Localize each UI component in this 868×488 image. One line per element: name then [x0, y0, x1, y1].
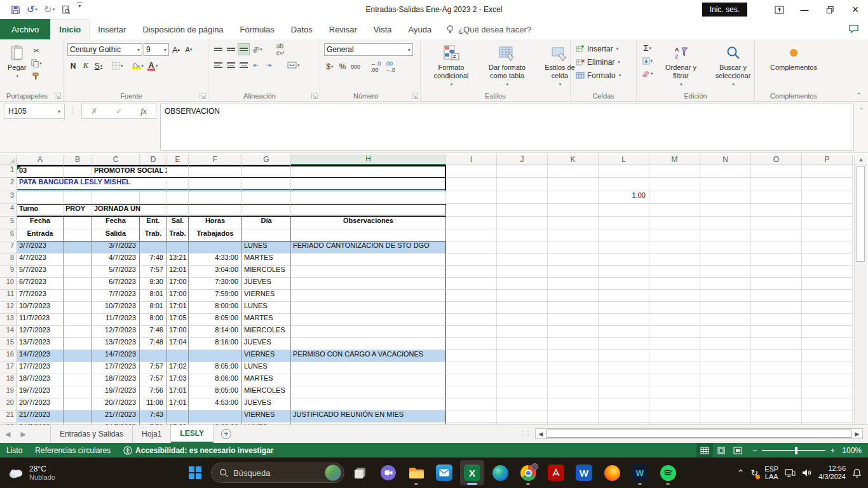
row-header-16[interactable]: 16: [0, 350, 17, 362]
cell-E19[interactable]: 17:01: [167, 386, 189, 398]
save-icon[interactable]: [9, 3, 22, 17]
cell-P5[interactable]: [802, 217, 853, 229]
cell-N19[interactable]: [700, 386, 751, 398]
cell-J11[interactable]: [497, 290, 548, 302]
hidden-icons-chevron-icon[interactable]: ⌃: [737, 468, 745, 478]
font-dialog-launcher-icon[interactable]: ↘: [200, 93, 206, 99]
cell-A19[interactable]: 19/7/2023: [17, 386, 64, 398]
cell-N6[interactable]: [700, 229, 751, 241]
cell-M9[interactable]: [649, 266, 700, 278]
cell-M6[interactable]: [649, 229, 700, 241]
cell-J8[interactable]: [497, 254, 548, 266]
cell-D20[interactable]: 11:08: [140, 398, 167, 410]
cell-J13[interactable]: [497, 314, 548, 326]
row-header-12[interactable]: 12: [0, 302, 17, 314]
cell-O12[interactable]: [751, 302, 802, 314]
cell-N11[interactable]: [700, 290, 751, 302]
cell-N5[interactable]: [700, 217, 751, 229]
cell-G5[interactable]: Día: [242, 217, 291, 229]
decrease-decimal-icon[interactable]: .00→.0: [384, 60, 397, 72]
cell-D11[interactable]: 8:01: [140, 290, 167, 302]
cell-P3[interactable]: [802, 191, 853, 204]
collapse-ribbon-icon[interactable]: ⌃: [857, 92, 862, 98]
cell-A8[interactable]: 4/7/2023: [17, 254, 64, 266]
cell-O6[interactable]: [751, 229, 802, 241]
row-header-6[interactable]: 6: [0, 229, 17, 241]
cell-I13[interactable]: [446, 314, 497, 326]
align-center-icon[interactable]: [225, 59, 236, 71]
cell-C5[interactable]: Fecha: [92, 217, 140, 229]
cell-F18[interactable]: 8:06:00: [189, 374, 242, 386]
cell-I11[interactable]: [446, 290, 497, 302]
row-header-18[interactable]: 18: [0, 374, 17, 386]
cell-M1[interactable]: [649, 165, 700, 178]
cell-C15[interactable]: 13/7/2023: [92, 338, 140, 350]
cell-K4[interactable]: [548, 204, 599, 217]
cell-M3[interactable]: [649, 191, 700, 204]
cell-N7[interactable]: [700, 241, 751, 254]
cut-icon[interactable]: ✂: [30, 44, 43, 57]
cell-F4[interactable]: [189, 204, 242, 217]
word-button[interactable]: W: [572, 460, 596, 485]
cell-K8[interactable]: [548, 254, 599, 266]
cell-O21[interactable]: [751, 410, 802, 423]
row-header-14[interactable]: 14: [0, 326, 17, 338]
cell-E12[interactable]: 17:01: [167, 302, 189, 314]
sheet-tab-lesly[interactable]: LESLY: [171, 425, 214, 443]
firefox-button[interactable]: [600, 460, 624, 485]
vertical-scroll-thumb[interactable]: [857, 166, 865, 262]
cell-J19[interactable]: [497, 386, 548, 398]
cell-C12[interactable]: 10/7/2023: [92, 302, 140, 314]
cell-A16[interactable]: 14/7/2023: [17, 350, 64, 362]
cell-E13[interactable]: 17:05: [167, 314, 189, 326]
cell-A10[interactable]: 6/7/2023: [17, 278, 64, 290]
restore-button[interactable]: [817, 0, 843, 19]
cell-D19[interactable]: 7:56: [140, 386, 167, 398]
increase-font-icon[interactable]: A▴: [170, 44, 182, 56]
clipboard-dialog-launcher-icon[interactable]: ↘: [55, 93, 61, 99]
cell-L14[interactable]: [599, 326, 649, 338]
column-header-C[interactable]: C: [92, 154, 140, 165]
cell-H16[interactable]: PERMISO CON CARGO A VACACIONES: [291, 350, 446, 362]
comments-icon[interactable]: [848, 24, 859, 34]
tab-insertar[interactable]: Insertar: [90, 19, 134, 39]
increase-indent-icon[interactable]: ⇥: [263, 59, 275, 71]
cell-L18[interactable]: [599, 374, 649, 386]
row-header-7[interactable]: 7: [0, 241, 17, 254]
cell-C9[interactable]: 5/7/2023: [92, 266, 140, 278]
page-break-view-icon[interactable]: [729, 443, 746, 458]
row-header-19[interactable]: 19: [0, 386, 17, 398]
cell-P2[interactable]: [802, 178, 853, 191]
cell-C19[interactable]: 19/7/2023: [92, 386, 140, 398]
align-top-icon[interactable]: [212, 43, 224, 55]
italic-button[interactable]: K: [80, 60, 92, 72]
cell-M5[interactable]: [649, 217, 700, 229]
cell-K13[interactable]: [548, 314, 599, 326]
cell-I3[interactable]: [446, 191, 497, 204]
cell-J20[interactable]: [497, 398, 548, 410]
cell-P13[interactable]: [802, 314, 853, 326]
sheet-tab-hoja1[interactable]: Hoja1: [133, 425, 171, 443]
column-header-M[interactable]: M: [649, 154, 700, 165]
cell-J15[interactable]: [497, 338, 548, 350]
cell-N18[interactable]: [700, 374, 751, 386]
cell-A18[interactable]: 18/7/2023: [17, 374, 64, 386]
cell-M2[interactable]: [649, 178, 700, 191]
percent-format-icon[interactable]: %: [337, 60, 348, 72]
cell-I19[interactable]: [446, 386, 497, 398]
cell-E5[interactable]: Sal.: [167, 217, 189, 229]
cell-B14[interactable]: [64, 326, 92, 338]
cell-N13[interactable]: [700, 314, 751, 326]
cell-B8[interactable]: [64, 254, 92, 266]
cell-I12[interactable]: [446, 302, 497, 314]
cell-O11[interactable]: [751, 290, 802, 302]
format-cells-button[interactable]: Formato▾: [574, 69, 632, 82]
cell-E6[interactable]: Trab.: [167, 229, 189, 241]
cell-E1[interactable]: [167, 165, 189, 178]
cell-J16[interactable]: [497, 350, 548, 362]
sheet-tab-entradas[interactable]: Entradas y Salidas: [50, 425, 133, 443]
row-header-17[interactable]: 17: [0, 362, 17, 374]
cell-A2[interactable]: PATA BANGUERA LESLY MISHEL: [17, 178, 167, 191]
cell-N1[interactable]: [700, 165, 751, 178]
column-header-N[interactable]: N: [700, 154, 751, 165]
